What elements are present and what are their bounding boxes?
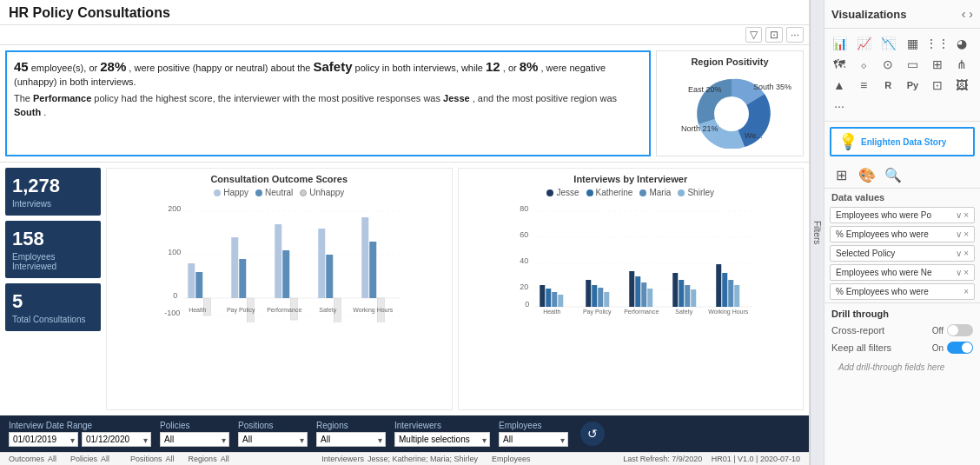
viz-line-chart-icon[interactable]: 📈 xyxy=(854,34,873,53)
interviewers-select[interactable]: Multiple selections xyxy=(394,432,490,447)
keep-filters-label: Keep all filters xyxy=(831,342,891,353)
data-value-5-x[interactable]: × xyxy=(963,287,969,296)
consultations-label: Total Consultations xyxy=(12,315,94,324)
drill-through-title: Drill through xyxy=(831,309,973,319)
svg-rect-49 xyxy=(592,285,597,307)
viz-bar-chart-icon[interactable]: 📊 xyxy=(830,34,849,53)
viz-gauge-icon[interactable]: ⊙ xyxy=(878,55,897,74)
svg-rect-64 xyxy=(722,273,727,307)
svg-rect-53 xyxy=(629,271,634,307)
viz-r-icon[interactable]: R xyxy=(878,76,897,95)
keep-filters-toggle[interactable] xyxy=(947,342,973,354)
svg-text:North 21%: North 21% xyxy=(681,124,718,133)
viz-stacked-bar-icon[interactable]: ▦ xyxy=(903,34,922,53)
reset-slicers-button[interactable]: ↺ xyxy=(580,422,605,446)
data-value-5[interactable]: % Employees who were × xyxy=(830,283,975,300)
svg-text:Safety: Safety xyxy=(319,307,336,314)
cross-report-toggle[interactable] xyxy=(947,324,973,336)
svg-rect-44 xyxy=(546,289,551,307)
top-policy: Performance xyxy=(33,93,91,103)
analytics-icon[interactable]: 🔍 xyxy=(884,165,903,184)
positions-status-value: All xyxy=(166,455,175,463)
svg-rect-61 xyxy=(691,289,696,307)
svg-rect-50 xyxy=(598,288,603,307)
filters-tab-label: Filters xyxy=(812,221,822,244)
drill-through-section: Drill through Cross-report Off Keep all … xyxy=(824,302,980,381)
legend-maria: Maria xyxy=(649,188,671,197)
positive-count: 45 xyxy=(14,59,29,74)
data-value-3[interactable]: Selected Policy ∨ × xyxy=(830,245,975,262)
regions-status-value: All xyxy=(221,455,229,463)
panel-back-button[interactable]: ‹ xyxy=(962,7,966,21)
panel-forward-button[interactable]: › xyxy=(969,7,973,21)
data-value-5-text: % Employees who were xyxy=(836,287,929,296)
viz-table-icon[interactable]: ⊞ xyxy=(928,55,947,74)
data-value-1[interactable]: Employees who were Po ∨ × xyxy=(830,207,975,223)
interviews-count: 1,278 xyxy=(12,175,94,197)
viz-kpi-icon[interactable]: ▲ xyxy=(830,76,849,95)
enlighten-icon: 💡 xyxy=(838,132,858,151)
svg-text:Working Hours: Working Hours xyxy=(708,309,749,316)
svg-text:Performance: Performance xyxy=(624,309,659,315)
viz-funnel-icon[interactable]: ⬦ xyxy=(854,55,873,74)
date-to-input[interactable] xyxy=(82,432,151,447)
positions-label: Positions xyxy=(238,421,308,430)
regions-select[interactable]: All xyxy=(316,432,386,447)
viz-area-chart-icon[interactable]: 📉 xyxy=(878,34,897,53)
more-button[interactable]: ··· xyxy=(786,27,804,43)
policies-status-label: Policies xyxy=(70,455,97,463)
filter-button[interactable]: ▽ xyxy=(745,27,762,43)
positive-pct: 28% xyxy=(100,59,126,74)
data-value-2[interactable]: % Employees who were ∨ × xyxy=(830,226,975,242)
data-value-2-check[interactable]: ∨ xyxy=(956,229,962,239)
svg-text:20: 20 xyxy=(520,282,528,291)
viz-python-icon[interactable]: Py xyxy=(903,76,922,95)
summary-line2-end: , and the most positive region was xyxy=(473,93,617,103)
viz-more-icon[interactable]: ··· xyxy=(830,96,849,116)
viz-qr-icon[interactable]: ⊡ xyxy=(928,76,947,95)
positions-filter: Positions All xyxy=(238,421,308,447)
legend-neutral: Neutral xyxy=(265,188,293,197)
svg-rect-25 xyxy=(318,229,325,298)
interviews-chart-title: Interviews by Interviewer xyxy=(464,174,798,184)
enlighten-data-story-button[interactable]: 💡 Enlighten Data Story xyxy=(830,127,975,156)
viz-map-icon[interactable]: 🗺 xyxy=(830,55,849,74)
data-value-3-x[interactable]: × xyxy=(963,249,969,258)
data-value-3-text: Selected Policy xyxy=(836,249,895,258)
viz-matrix-icon[interactable]: ⋔ xyxy=(952,55,971,74)
svg-text:40: 40 xyxy=(520,256,528,265)
data-value-3-check[interactable]: ∨ xyxy=(956,249,962,258)
filters-tab[interactable]: Filters xyxy=(810,0,824,465)
fields-icon[interactable]: ⊞ xyxy=(831,165,851,184)
format-icon[interactable]: 🎨 xyxy=(858,165,877,184)
data-value-1-x[interactable]: × xyxy=(963,210,969,220)
right-panel-title: Visualizations xyxy=(831,8,906,21)
enlighten-label: Enlighten Data Story xyxy=(861,137,946,147)
positions-select[interactable]: All xyxy=(238,432,308,447)
date-from-input[interactable] xyxy=(9,432,78,447)
date-range-filter: Interview Date Range xyxy=(9,421,151,447)
outcomes-status-value: All xyxy=(48,455,56,463)
viz-card-icon[interactable]: ▭ xyxy=(903,55,922,74)
employees-filter: Employees All xyxy=(499,421,568,447)
data-value-2-x[interactable]: × xyxy=(963,229,969,239)
data-value-4-check[interactable]: ∨ xyxy=(956,268,962,277)
viz-pie-chart-icon[interactable]: ◕ xyxy=(952,34,971,53)
charts-section: Consultation Outcome Scores Happy Neutra… xyxy=(106,168,804,410)
version-label: HR01 | V1.0 | 2020-07-10 xyxy=(712,455,800,463)
viz-image-icon[interactable]: 🖼 xyxy=(952,76,971,95)
data-value-4-x[interactable]: × xyxy=(963,268,969,277)
viz-scatter-icon[interactable]: ⋮⋮ xyxy=(928,34,947,53)
summary-text-1: employee(s), or xyxy=(31,63,100,73)
svg-text:0: 0 xyxy=(525,300,529,309)
data-value-4[interactable]: Employees who were Ne ∨ × xyxy=(830,264,975,281)
refresh-label: Last Refresh: 7/9/2020 xyxy=(623,455,702,463)
focus-button[interactable]: ⊡ xyxy=(765,27,783,43)
employees-select[interactable]: All xyxy=(499,432,568,447)
svg-rect-22 xyxy=(282,250,289,298)
viz-slicer-icon[interactable]: ≡ xyxy=(854,76,873,95)
policies-select[interactable]: All xyxy=(160,432,229,447)
bottom-filters: Interview Date Range Policies All xyxy=(0,415,809,452)
data-value-1-check[interactable]: ∨ xyxy=(956,210,962,220)
interviewers-status-value: Jesse; Katherine; Maria; Shirley xyxy=(368,455,478,463)
